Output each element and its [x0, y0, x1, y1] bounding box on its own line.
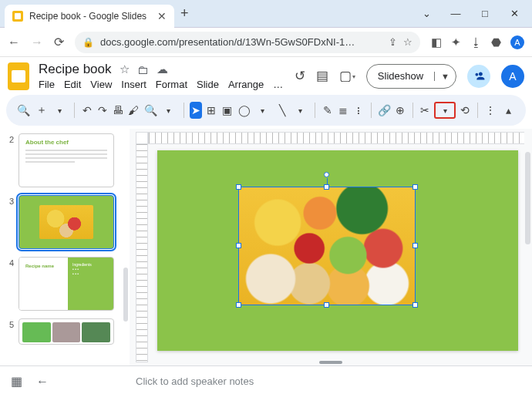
select-tool-icon[interactable]: ➤ — [190, 102, 202, 119]
minimize-button[interactable]: — — [450, 8, 461, 19]
resize-handle-n[interactable] — [324, 184, 329, 190]
horizontal-ruler[interactable] — [148, 132, 524, 144]
account-avatar[interactable]: A — [501, 65, 524, 88]
print-icon[interactable]: 🖶 — [112, 102, 124, 119]
border-color-icon[interactable]: ✎ — [322, 102, 334, 119]
share-url-icon[interactable]: ⇪ — [389, 36, 397, 48]
shape-icon[interactable]: ◯ — [236, 102, 253, 119]
menu-edit[interactable]: Edit — [64, 79, 81, 90]
menu-slide[interactable]: Slide — [197, 79, 219, 90]
search-menus-icon[interactable]: 🔍 — [17, 102, 30, 119]
slideshow-label: Slideshow — [367, 70, 434, 82]
slide-thumb-row[interactable]: 3 — [6, 195, 126, 249]
meet-icon[interactable]: ▢ — [339, 68, 355, 84]
slide-number: 4 — [6, 258, 14, 268]
resize-handle-ne[interactable] — [412, 184, 418, 190]
more-tools-icon[interactable]: ⋮ — [484, 102, 497, 119]
page-indicator[interactable] — [319, 361, 342, 364]
browser-tab[interactable]: Recipe book - Google Slides ✕ — [5, 5, 174, 28]
downloads-icon[interactable]: ⭳ — [470, 35, 482, 49]
reload-button[interactable]: ⟳ — [54, 35, 64, 49]
line-caret[interactable]: ▾ — [291, 102, 308, 119]
slide-thumb-row[interactable]: 5 — [6, 318, 126, 345]
selected-image[interactable] — [239, 187, 415, 305]
share-person-icon — [473, 70, 485, 82]
slideshow-caret-icon[interactable]: ▼ — [434, 72, 456, 81]
resize-handle-se[interactable] — [412, 302, 418, 308]
paint-format-icon[interactable]: 🖌 — [127, 102, 140, 119]
redo-icon[interactable]: ↷ — [96, 102, 109, 119]
add-comment-icon[interactable]: ⊕ — [394, 102, 406, 119]
extensions-puzzle-icon[interactable]: ✦ — [451, 35, 461, 49]
new-slide-icon[interactable]: ＋ — [33, 102, 50, 119]
border-dash-icon[interactable]: ⫶ — [352, 102, 365, 119]
filmstrip[interactable]: 2 About the chef 3 4 Recipe name Ingredi… — [0, 129, 130, 365]
rotation-handle[interactable] — [324, 172, 329, 177]
speaker-notes-input[interactable]: Click to add speaker notes — [130, 375, 532, 387]
thumb-title: About the chef — [25, 139, 69, 146]
tab-title: Recipe book - Google Slides — [29, 11, 151, 22]
tab-close-icon[interactable]: ✕ — [157, 10, 167, 22]
link-icon[interactable]: 🔗 — [378, 102, 391, 119]
extension-icon[interactable]: ◧ — [431, 35, 442, 49]
slides-logo-icon[interactable] — [8, 62, 29, 90]
shape-caret[interactable]: ▾ — [254, 102, 271, 119]
url-field[interactable]: 🔒 docs.google.com/presentation/d/13Wn-5G… — [75, 32, 420, 53]
line-icon[interactable]: ╲ — [274, 102, 291, 119]
chevron-down-icon[interactable]: ⌄ — [421, 8, 432, 19]
collapse-toolbar-icon[interactable]: ▴ — [503, 102, 515, 119]
textbox-icon[interactable]: ⊞ — [205, 102, 217, 119]
border-weight-icon[interactable]: ≣ — [337, 102, 349, 119]
menu-file[interactable]: File — [39, 79, 55, 90]
resize-handle-sw[interactable] — [236, 302, 241, 308]
document-title[interactable]: Recipe book — [39, 62, 112, 77]
slides-favicon — [12, 11, 23, 22]
menu-format[interactable]: Format — [156, 79, 187, 90]
comments-icon[interactable]: ▤ — [316, 68, 328, 84]
slideshow-button[interactable]: Slideshow ▼ — [366, 64, 456, 89]
lock-icon: 🔒 — [82, 37, 94, 48]
menu-insert[interactable]: Insert — [121, 79, 146, 90]
slide-thumb-row[interactable]: 4 Recipe name Ingredients• • •• • • — [6, 257, 126, 311]
chrome-profile-avatar[interactable]: A — [510, 35, 524, 49]
thumb-food-image — [39, 205, 93, 239]
reset-image-icon[interactable]: ⟲ — [459, 102, 471, 119]
grid-view-icon[interactable]: ▦ — [11, 374, 22, 389]
menu-overflow[interactable]: … — [273, 79, 283, 90]
menu-arrange[interactable]: Arrange — [228, 79, 264, 90]
resize-handle-s[interactable] — [324, 302, 329, 308]
star-icon[interactable]: ☆ — [403, 36, 412, 48]
menu-view[interactable]: View — [90, 79, 112, 90]
cloud-status-icon[interactable]: ☁ — [157, 62, 168, 76]
window-close-button[interactable]: ✕ — [509, 8, 520, 19]
new-tab-button[interactable]: + — [180, 5, 189, 22]
image-icon[interactable]: ▣ — [221, 102, 233, 119]
resize-handle-w[interactable] — [236, 243, 241, 248]
zoom-icon[interactable]: 🔍 — [143, 102, 160, 119]
resize-handle-e[interactable] — [412, 243, 418, 248]
slide-thumbnail-2[interactable]: About the chef — [19, 133, 114, 187]
vertical-ruler[interactable] — [136, 144, 148, 362]
move-document-icon[interactable]: 🗀 — [137, 63, 149, 76]
previous-slide-icon[interactable]: ← — [36, 375, 49, 389]
mask-image-dropdown[interactable]: ▾ — [434, 102, 456, 119]
canvas-scrollbar[interactable] — [525, 152, 530, 244]
slide-thumbnail-4[interactable]: Recipe name Ingredients• • •• • • — [19, 257, 114, 311]
slide-canvas[interactable] — [157, 150, 518, 351]
star-document-icon[interactable]: ☆ — [120, 62, 130, 76]
stop-icon[interactable]: ⬣ — [491, 35, 501, 49]
slide-thumbnail-3[interactable] — [19, 195, 114, 249]
zoom-caret[interactable]: ▾ — [160, 102, 177, 119]
new-slide-caret[interactable]: ▾ — [51, 102, 68, 119]
resize-handle-nw[interactable] — [236, 184, 241, 190]
forward-button[interactable]: → — [31, 35, 43, 49]
undo-icon[interactable]: ↶ — [81, 102, 93, 119]
back-button[interactable]: ← — [8, 35, 20, 49]
slide-thumb-row[interactable]: 2 About the chef — [6, 133, 126, 187]
crop-icon[interactable]: ✂ — [419, 102, 431, 119]
filmstrip-scrollbar[interactable] — [123, 268, 128, 322]
slide-thumbnail-5[interactable] — [19, 318, 114, 345]
share-button[interactable] — [467, 65, 490, 88]
maximize-button[interactable]: □ — [480, 8, 490, 19]
history-icon[interactable]: ↺ — [295, 68, 305, 84]
